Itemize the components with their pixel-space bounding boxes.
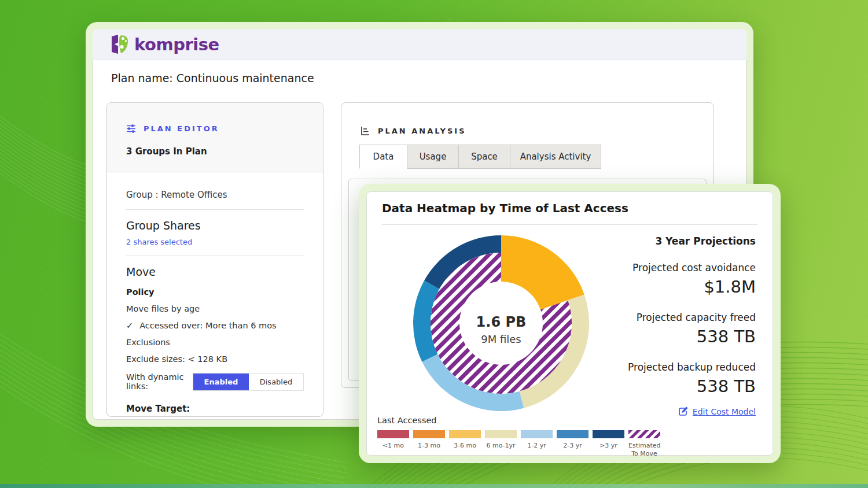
move-target-label: Move Target: xyxy=(126,404,304,414)
divider xyxy=(126,209,304,210)
plan-editor-title: PLAN EDITOR xyxy=(144,124,219,133)
app-header-bar: komprise xyxy=(93,29,746,60)
accessed-rule-text: Accessed over: More than 6 mos xyxy=(139,321,276,330)
plan-analysis-tabs: DataUsageSpaceAnalysis Activity xyxy=(359,145,601,169)
projection-value: 538 TB xyxy=(628,376,756,396)
heatmap-legend: Last Accessed <1 mo1-3 mo3-6 mo6 mo-1yr1… xyxy=(377,416,660,459)
legend-swatch xyxy=(521,430,553,438)
projection-value: $1.8M xyxy=(628,277,756,297)
komprise-logo-text: komprise xyxy=(134,36,219,53)
edit-pencil-icon xyxy=(678,406,688,416)
exclusions-label: Exclusions xyxy=(126,338,304,347)
legend-swatch xyxy=(485,430,517,438)
komprise-logo-mark xyxy=(111,34,130,55)
legend-swatch xyxy=(377,430,409,438)
tab-data[interactable]: Data xyxy=(359,145,407,169)
donut-center-primary: 1.6 PB xyxy=(476,314,527,330)
legend-item-1-2-yr: 1-2 yr xyxy=(521,430,553,459)
policy-label: Policy xyxy=(126,287,304,297)
legend-swatch xyxy=(628,430,660,438)
donut-segment-3-6-mo xyxy=(501,235,584,310)
tab-space[interactable]: Space xyxy=(458,145,510,169)
tab-analysis-activity[interactable]: Analysis Activity xyxy=(510,145,601,169)
group-name-label: Group : Remote Offices xyxy=(126,190,304,200)
legend-label: >3 yr xyxy=(593,442,624,450)
projection-label: Projected capacity freed xyxy=(628,312,756,323)
accessed-rule-row: ✓ Accessed over: More than 6 mos xyxy=(126,321,304,330)
dynamic-links-toggle: Enabled Disabled xyxy=(193,373,304,391)
divider xyxy=(126,256,304,256)
plan-editor-body: Group : Remote Offices Group Shares 2 sh… xyxy=(107,172,323,417)
legend-label: 3-6 mo xyxy=(449,442,481,450)
enabled-button[interactable]: Enabled xyxy=(193,374,249,390)
projection-label: Projected backup reduced xyxy=(628,361,756,373)
legend-label: <1 mo xyxy=(377,442,409,450)
exclude-sizes-text: Exclude sizes: < 128 KB xyxy=(126,354,304,364)
edit-cost-model-text[interactable]: Edit Cost Model xyxy=(693,407,756,416)
legend-swatch xyxy=(413,430,445,438)
groups-in-plan-summary: 3 Groups In Plan xyxy=(126,146,304,157)
donut-center-secondary: 9M files xyxy=(481,333,521,345)
projection-value: 538 TB xyxy=(628,327,756,346)
legend-label: 2-3 yr xyxy=(557,442,589,450)
legend-item-3-yr: >3 yr xyxy=(593,430,624,459)
legend-label: Estimated To Move xyxy=(628,442,660,459)
legend-label: 6 mo-1yr xyxy=(485,442,517,450)
disabled-button[interactable]: Disabled xyxy=(249,374,303,390)
legend-label: 1-2 yr xyxy=(521,442,553,450)
legend-item-estimated-to-move: Estimated To Move xyxy=(628,430,660,459)
tab-usage[interactable]: Usage xyxy=(407,145,459,169)
legend-item-1-3-mo: 1-3 mo xyxy=(413,430,445,459)
move-section-title: Move xyxy=(126,265,304,278)
divider xyxy=(382,224,757,225)
plan-editor-card: PLAN EDITOR 3 Groups In Plan Group : Rem… xyxy=(106,102,323,417)
heatmap-title: Data Heatmap by Time of Last Access xyxy=(382,201,628,215)
legend-swatch xyxy=(449,430,481,438)
legend-item-2-3-yr: 2-3 yr xyxy=(557,430,589,459)
plan-editor-header: PLAN EDITOR 3 Groups In Plan xyxy=(107,103,323,172)
projections-title: 3 Year Projections xyxy=(628,235,756,247)
group-shares-title: Group Shares xyxy=(126,219,304,232)
shares-selected-link[interactable]: 2 shares selected xyxy=(126,238,304,246)
legend-item-1-mo: <1 mo xyxy=(377,430,409,459)
policy-rule: Move files by age xyxy=(126,304,304,313)
legend-title: Last Accessed xyxy=(377,416,660,425)
legend-swatch xyxy=(557,430,589,438)
dynamic-links-label: With dynamic links: xyxy=(126,372,186,391)
screenshot-stage: komprise Plan name: Continuous maintenan… xyxy=(0,0,868,488)
legend-swatch xyxy=(593,430,624,438)
projections-panel: 3 Year Projections Projected cost avoida… xyxy=(628,235,756,416)
heatmap-card: Data Heatmap by Time of Last Access 1.6 … xyxy=(359,184,781,463)
komprise-logo: komprise xyxy=(111,34,219,55)
heatmap-donut-chart: 1.6 PB 9M files xyxy=(411,234,591,413)
plan-name-heading: Plan name: Continuous maintenance xyxy=(111,72,314,84)
plan-analysis-title: PLAN ANALYSIS xyxy=(378,127,466,135)
sliders-icon xyxy=(126,124,136,134)
projection-label: Projected cost avoidance xyxy=(628,262,756,273)
bar-chart-icon xyxy=(361,126,370,136)
edit-cost-model-link[interactable]: Edit Cost Model xyxy=(628,406,756,416)
dynamic-links-row: With dynamic links: Enabled Disabled xyxy=(126,372,304,391)
legend-label: 1-3 mo xyxy=(413,442,445,450)
legend-item-3-6-mo: 3-6 mo xyxy=(449,430,481,459)
legend-item-6-mo-1yr: 6 mo-1yr xyxy=(485,430,517,459)
check-icon: ✓ xyxy=(126,321,133,330)
